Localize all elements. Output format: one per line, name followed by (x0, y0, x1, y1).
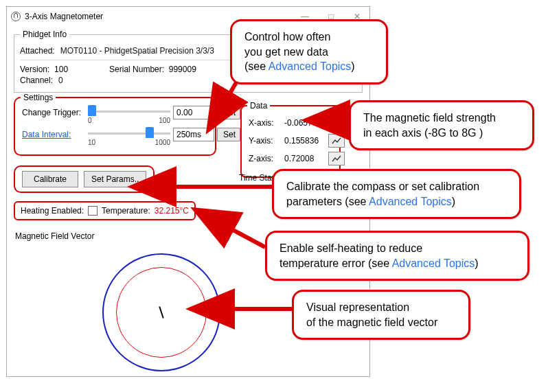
callout-mfv: Visual representation of the magnetic fi… (292, 290, 470, 340)
temperature-label: Temperature: (102, 206, 150, 216)
x-axis-label: X-axis: (249, 118, 282, 128)
heating-checkbox[interactable] (88, 206, 98, 216)
version-label: Version: (20, 65, 49, 74)
serial-value: 999009 (169, 65, 196, 74)
phidget-info-legend: Phidget Info (20, 30, 69, 39)
temperature-value: 32.215°C (155, 206, 189, 216)
data-interval-slider[interactable]: 101000 (88, 126, 170, 143)
callout-heating: Enable self-heating to reduce temperatur… (265, 231, 529, 281)
advanced-topics-link[interactable]: Advanced Topics (392, 257, 475, 269)
version-value: 100 (54, 65, 68, 74)
attached-value: MOT0110 - PhidgetSpatial Precision 3/3/3 (60, 46, 214, 56)
y-axis-label: Y-axis: (249, 136, 282, 146)
heating-label: Heating Enabled: (21, 206, 84, 216)
data-interval-input[interactable] (173, 128, 214, 141)
data-group: Data X-axis: -0.065794 Y-axis: 0.155836 … (240, 105, 341, 178)
data-interval-set-button[interactable]: Set (217, 128, 240, 141)
change-trigger-slider[interactable]: 0100 (88, 104, 170, 122)
settings-group: Settings Change Trigger: 0100 Set Data I… (14, 97, 216, 156)
change-trigger-set-button[interactable]: Set (217, 106, 240, 119)
callout-field-strength: The magnetic field strength in each axis… (349, 100, 534, 150)
calibration-group: Calibrate Set Params.. (14, 165, 155, 193)
x-axis-plot-button[interactable] (328, 116, 345, 130)
x-axis-value: -0.065794 (284, 118, 326, 128)
advanced-topics-link[interactable]: Advanced Topics (369, 196, 452, 207)
attached-label: Attached: (20, 46, 55, 56)
callout-calibrate: Calibrate the compass or set calibration… (272, 169, 521, 219)
change-trigger-input[interactable] (173, 106, 214, 119)
calibrate-button[interactable]: Calibrate (22, 171, 78, 187)
callout-data-interval: Control how often you get new data (see … (230, 19, 388, 84)
change-trigger-label: Change Trigger: (22, 108, 85, 117)
y-axis-plot-button[interactable] (328, 134, 345, 148)
y-axis-value: 0.155836 (284, 136, 326, 146)
channel-label: Channel: (20, 76, 53, 85)
heating-group: Heating Enabled: Temperature: 32.215°C (14, 201, 196, 220)
channel-value: 0 (58, 76, 63, 85)
serial-label: Serial Number: (109, 65, 164, 74)
z-axis-label: Z-axis: (249, 154, 282, 163)
advanced-topics-link[interactable]: Advanced Topics (269, 60, 352, 72)
data-interval-link[interactable]: Data Interval: (22, 130, 85, 139)
settings-legend: Settings (21, 93, 56, 102)
z-axis-value: 0.72008 (284, 154, 326, 163)
app-icon (11, 12, 21, 21)
set-params-button[interactable]: Set Params.. (84, 171, 146, 187)
z-axis-plot-button[interactable] (328, 152, 345, 165)
data-legend: Data (247, 101, 270, 111)
